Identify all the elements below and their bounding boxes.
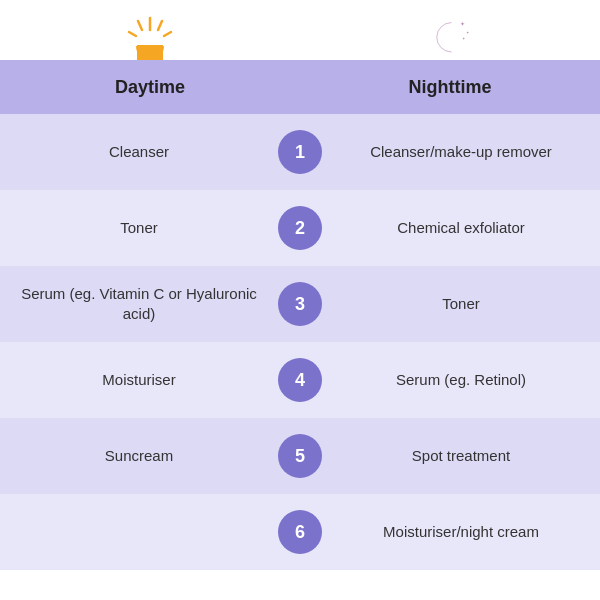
center-col-5: 5 — [278, 434, 322, 478]
number-badge-1: 1 — [278, 130, 322, 174]
skincare-table: Daytime Nighttime Cleanser 1 Cleanser/ma… — [0, 60, 600, 600]
table-row: Serum (eg. Vitamin C or Hyaluronic acid)… — [0, 266, 600, 342]
center-col-4: 4 — [278, 358, 322, 402]
number-badge-6: 6 — [278, 510, 322, 554]
sun-icon-cell — [0, 16, 300, 60]
center-col-3: 3 — [278, 282, 322, 326]
center-col-1: 1 — [278, 130, 322, 174]
moon-icon-cell: ✦ ✦ ✦ — [300, 16, 600, 60]
right-cell-6: Moisturiser/night cream — [322, 512, 600, 552]
main-container: ✦ ✦ ✦ Daytime Nighttime Cleanser 1 Clean… — [0, 0, 600, 600]
nighttime-header: Nighttime — [300, 77, 600, 98]
left-cell-2: Toner — [0, 208, 278, 248]
table-header: Daytime Nighttime — [0, 60, 600, 114]
number-badge-4: 4 — [278, 358, 322, 402]
icons-row: ✦ ✦ ✦ — [0, 0, 600, 60]
daytime-header: Daytime — [0, 77, 300, 98]
svg-text:✦: ✦ — [466, 30, 470, 35]
table-row: Cleanser 1 Cleanser/make-up remover — [0, 114, 600, 190]
left-cell-4: Moisturiser — [0, 360, 278, 400]
right-cell-3: Toner — [322, 284, 600, 324]
right-cell-2: Chemical exfoliator — [322, 208, 600, 248]
left-cell-5: Suncream — [0, 436, 278, 476]
right-cell-4: Serum (eg. Retinol) — [322, 360, 600, 400]
center-col-6: 6 — [278, 510, 322, 554]
svg-text:✦: ✦ — [460, 21, 465, 27]
table-body: Cleanser 1 Cleanser/make-up remover Tone… — [0, 114, 600, 570]
table-row: Moisturiser 4 Serum (eg. Retinol) — [0, 342, 600, 418]
table-row: Toner 2 Chemical exfoliator — [0, 190, 600, 266]
number-badge-5: 5 — [278, 434, 322, 478]
left-cell-6 — [0, 522, 278, 542]
left-cell-1: Cleanser — [0, 132, 278, 172]
table-row: 6 Moisturiser/night cream — [0, 494, 600, 570]
right-cell-1: Cleanser/make-up remover — [322, 132, 600, 172]
svg-text:✦: ✦ — [462, 37, 466, 41]
number-badge-3: 3 — [278, 282, 322, 326]
right-cell-5: Spot treatment — [322, 436, 600, 476]
moon-icon: ✦ ✦ ✦ — [428, 16, 472, 60]
number-badge-2: 2 — [278, 206, 322, 250]
sun-icon — [123, 16, 177, 60]
table-row: Suncream 5 Spot treatment — [0, 418, 600, 494]
left-cell-3: Serum (eg. Vitamin C or Hyaluronic acid) — [0, 274, 278, 335]
center-col-2: 2 — [278, 206, 322, 250]
